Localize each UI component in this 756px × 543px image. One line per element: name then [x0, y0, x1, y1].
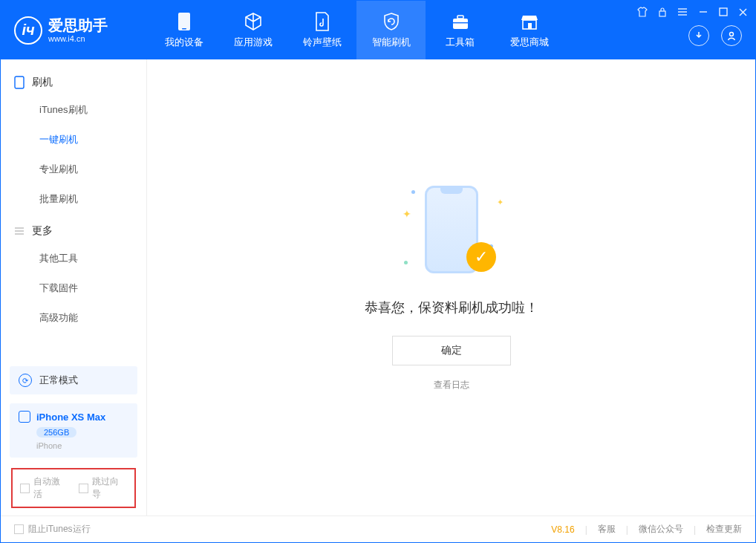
sidebar-scroll: 刷机 iTunes刷机 一键刷机 专业刷机 批量刷机 更多 其他工具 下载固件 …	[1, 59, 146, 366]
svg-rect-0	[178, 13, 190, 30]
checkbox-skip-wizard[interactable]: 跳过向导	[79, 475, 127, 501]
sparkle-icon: ✦	[403, 208, 411, 220]
block-itunes-label[interactable]: 阻止iTunes运行	[28, 523, 91, 536]
shield-refresh-icon	[382, 12, 401, 31]
tab-label: 爱思商城	[510, 36, 549, 49]
minimize-button[interactable]	[698, 7, 708, 17]
user-button[interactable]	[721, 25, 742, 46]
checkbox-label: 跳过向导	[92, 475, 127, 501]
tab-label: 铃声壁纸	[303, 36, 342, 49]
tab-label: 智能刷机	[372, 36, 411, 49]
separator: |	[585, 524, 587, 535]
separator: |	[626, 524, 628, 535]
device-name: iPhone XS Max	[36, 412, 105, 423]
dot-icon	[404, 261, 408, 264]
mode-card[interactable]: ⟳ 正常模式	[10, 366, 137, 394]
list-icon	[14, 227, 25, 235]
body-area: 刷机 iTunes刷机 一键刷机 专业刷机 批量刷机 更多 其他工具 下载固件 …	[1, 59, 755, 516]
mode-label: 正常模式	[39, 374, 78, 387]
maximize-button[interactable]	[719, 7, 728, 16]
sidebar-group-title-more: 更多	[1, 218, 146, 244]
store-icon	[520, 12, 539, 31]
tab-store[interactable]: 爱思商城	[495, 1, 564, 59]
tab-my-device[interactable]: 我的设备	[149, 1, 218, 59]
sidebar-group-more: 更多 其他工具 下载固件 高级功能	[1, 218, 146, 333]
download-button[interactable]	[688, 25, 709, 46]
sidebar-item-pro-flash[interactable]: 专业刷机	[1, 155, 146, 184]
tab-smart-flash[interactable]: 智能刷机	[356, 1, 426, 59]
svg-rect-3	[457, 16, 463, 19]
checkbox-label: 自动激活	[33, 475, 68, 501]
tab-label: 我的设备	[165, 36, 203, 49]
lock-icon[interactable]	[658, 7, 667, 17]
device-card[interactable]: iPhone XS Max 256GB iPhone	[10, 403, 137, 458]
sidebar-group-title-flash: 刷机	[1, 70, 146, 95]
confirm-button[interactable]: 确定	[392, 336, 511, 365]
svg-rect-2	[453, 19, 468, 29]
device-type: iPhone	[36, 441, 128, 450]
phone-notch	[440, 188, 463, 194]
tab-label: 应用游戏	[234, 36, 273, 49]
logo-text: 爱思助手 www.i4.cn	[48, 16, 108, 44]
menu-icon[interactable]	[677, 7, 688, 16]
view-log-link[interactable]: 查看日志	[434, 379, 469, 391]
status-right: V8.16 | 客服 | 微信公众号 | 检查更新	[551, 523, 742, 536]
highlighted-options: 自动激活 跳过向导	[11, 468, 136, 508]
svg-rect-6	[528, 23, 532, 29]
checkbox-icon[interactable]	[14, 524, 24, 534]
status-left: 阻止iTunes运行	[14, 523, 91, 536]
tab-toolbox[interactable]: 工具箱	[426, 1, 495, 59]
status-link-support[interactable]: 客服	[598, 523, 616, 536]
dot-icon	[411, 190, 415, 194]
check-badge-icon: ✓	[466, 242, 496, 272]
svg-rect-7	[659, 11, 665, 16]
sidebar-item-other-tools[interactable]: 其他工具	[1, 244, 146, 273]
phone-small-icon	[14, 76, 25, 89]
checkbox-icon	[20, 484, 30, 493]
sidebar: 刷机 iTunes刷机 一键刷机 专业刷机 批量刷机 更多 其他工具 下载固件 …	[1, 59, 147, 516]
success-illustration: ✦ ✦ ✓	[400, 184, 504, 281]
svg-rect-4	[453, 22, 468, 23]
group-title-text: 刷机	[32, 76, 53, 89]
device-storage: 256GB	[36, 427, 76, 438]
sidebar-item-batch-flash[interactable]: 批量刷机	[1, 184, 146, 214]
checkbox-icon	[79, 484, 88, 493]
user-icons	[688, 25, 742, 46]
title-bar: iч 爱思助手 www.i4.cn 我的设备 应用游戏 铃声壁纸 智能刷机	[1, 1, 755, 59]
music-file-icon	[313, 12, 332, 31]
close-button[interactable]	[738, 7, 748, 17]
cube-icon	[244, 12, 263, 31]
window-controls	[637, 7, 748, 17]
svg-rect-16	[15, 77, 24, 88]
device-icon	[19, 411, 30, 423]
tab-ringtones-wallpapers[interactable]: 铃声壁纸	[287, 1, 356, 59]
sidebar-item-itunes-flash[interactable]: iTunes刷机	[1, 95, 146, 125]
tab-apps-games[interactable]: 应用游戏	[218, 1, 287, 59]
phone-icon	[175, 12, 194, 31]
app-logo-icon: iч	[14, 16, 42, 45]
status-link-wechat[interactable]: 微信公众号	[639, 523, 683, 536]
svg-rect-12	[720, 8, 727, 16]
mode-icon: ⟳	[19, 374, 32, 387]
toolbox-icon	[451, 12, 470, 31]
sidebar-item-advanced[interactable]: 高级功能	[1, 303, 146, 333]
sparkle-icon: ✦	[497, 198, 504, 207]
checkbox-auto-activate[interactable]: 自动激活	[20, 475, 68, 501]
sidebar-bottom: ⟳ 正常模式 iPhone XS Max 256GB iPhone 自动激活	[1, 366, 146, 516]
logo-section: iч 爱思助手 www.i4.cn	[1, 1, 149, 59]
status-link-update[interactable]: 检查更新	[706, 523, 742, 536]
group-title-text: 更多	[32, 224, 53, 238]
status-bar: 阻止iTunes运行 V8.16 | 客服 | 微信公众号 | 检查更新	[1, 516, 755, 542]
app-subtitle: www.i4.cn	[48, 34, 108, 44]
device-header: iPhone XS Max	[19, 411, 128, 423]
app-window: iч 爱思助手 www.i4.cn 我的设备 应用游戏 铃声壁纸 智能刷机	[0, 0, 756, 543]
app-title: 爱思助手	[48, 16, 108, 34]
nav-tabs: 我的设备 应用游戏 铃声壁纸 智能刷机 工具箱 爱思商城	[149, 1, 564, 59]
sidebar-item-oneclick-flash[interactable]: 一键刷机	[1, 125, 146, 155]
success-message: 恭喜您，保资料刷机成功啦！	[365, 299, 538, 316]
separator: |	[694, 524, 696, 535]
sidebar-item-download-firmware[interactable]: 下载固件	[1, 273, 146, 303]
sidebar-group-flash: 刷机 iTunes刷机 一键刷机 专业刷机 批量刷机	[1, 70, 146, 214]
svg-point-15	[730, 33, 734, 36]
shirt-icon[interactable]	[637, 7, 648, 17]
